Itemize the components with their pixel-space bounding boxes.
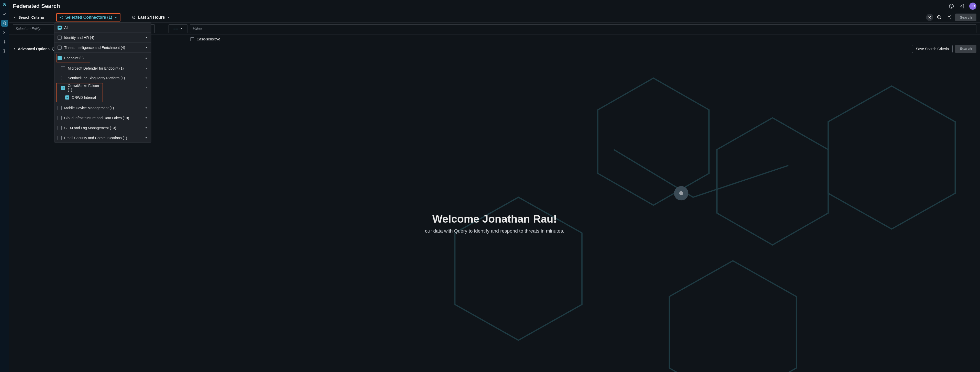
dd-label: SentinelOne Singularity Platform (1) xyxy=(68,76,142,80)
checkbox[interactable] xyxy=(57,35,62,40)
caret-down-icon xyxy=(145,36,148,39)
value-input[interactable] xyxy=(190,24,977,33)
search-button-bottom[interactable]: Search xyxy=(955,45,977,53)
search-criteria-label: Search Criteria xyxy=(18,15,44,19)
caret-up-icon xyxy=(145,86,148,89)
svg-marker-43 xyxy=(146,78,147,78)
sidebar-item-settings[interactable] xyxy=(1,48,8,54)
dd-label: Microsoft Defender for Endpoint (1) xyxy=(68,66,142,70)
advanced-options-toggle[interactable]: Advanced Options xyxy=(13,46,56,51)
caret-down-icon xyxy=(145,136,148,140)
checkbox-checked[interactable] xyxy=(61,86,65,90)
svg-marker-39 xyxy=(146,37,147,38)
sidebar-item-plugins[interactable] xyxy=(1,38,8,45)
dd-item-mdm[interactable]: Mobile Device Management (1) xyxy=(54,103,151,113)
dd-item-crowdstrike[interactable]: CrowdStrike Falcon (1) xyxy=(56,83,103,93)
dd-item-endpoint[interactable]: Endpoint (3) xyxy=(56,53,91,63)
search-button-top[interactable]: Search xyxy=(955,14,977,21)
svg-point-8 xyxy=(4,50,5,52)
case-sensitive-checkbox[interactable] xyxy=(190,37,194,41)
logout-icon[interactable] xyxy=(959,3,966,10)
chevron-down-icon xyxy=(114,16,118,19)
search-criteria-toggle[interactable]: Search Criteria xyxy=(13,15,44,19)
checkbox[interactable] xyxy=(57,126,62,130)
page-title: Federated Search xyxy=(13,3,948,10)
help-icon[interactable] xyxy=(948,3,955,10)
avatar[interactable]: JR xyxy=(969,3,977,10)
checkbox[interactable] xyxy=(57,116,62,120)
caret-down-icon xyxy=(145,76,148,80)
caret-down-icon xyxy=(145,126,148,130)
save-criteria-button[interactable]: Save Search Criteria xyxy=(912,45,953,53)
dd-label: Threat Intelligence and Enrichment (4) xyxy=(64,46,142,49)
connectors-dropdown-trigger[interactable]: Selected Connectors (1) xyxy=(56,13,121,21)
svg-point-7 xyxy=(6,33,6,34)
checkbox-indeterminate[interactable] xyxy=(57,56,62,60)
dd-item-siem[interactable]: SIEM and Log Management (13) xyxy=(54,123,151,133)
caret-down-icon xyxy=(145,67,148,70)
sidebar-item-analytics[interactable] xyxy=(1,11,8,18)
dd-item-sentinelone[interactable]: SentinelOne Singularity Platform (1) xyxy=(54,73,151,83)
connectors-label: Selected Connectors (1) xyxy=(65,15,112,20)
sidebar-item-logo[interactable] xyxy=(1,2,8,8)
svg-point-4 xyxy=(3,31,3,32)
checkbox[interactable] xyxy=(57,46,62,49)
svg-marker-42 xyxy=(146,68,147,69)
dd-item-all[interactable]: All xyxy=(54,23,151,32)
dd-label: SIEM and Log Management (13) xyxy=(64,126,142,130)
svg-point-25 xyxy=(951,18,951,19)
dd-item-cloud[interactable]: Cloud Infrastructure and Data Lakes (19) xyxy=(54,113,151,123)
checkbox[interactable] xyxy=(61,66,65,70)
case-sensitive-row: Case-sensitive xyxy=(9,35,980,43)
dd-label: Cloud Infrastructure and Data Lakes (19) xyxy=(64,116,142,120)
caret-up-icon xyxy=(145,56,148,60)
dd-label: Endpoint (3) xyxy=(64,56,88,60)
dd-label: Identity and HR (4) xyxy=(64,35,142,40)
checkbox-indeterminate[interactable] xyxy=(57,26,62,30)
dd-item-crwd-internal[interactable]: CRWD Internal xyxy=(56,93,103,102)
svg-point-10 xyxy=(951,7,951,7)
caret-down-icon xyxy=(180,27,183,30)
operator-select[interactable]: == xyxy=(169,24,188,33)
checkbox-checked[interactable] xyxy=(65,96,69,99)
dd-item-email[interactable]: Email Security and Communications (1) xyxy=(54,133,151,143)
svg-point-13 xyxy=(62,16,63,17)
chevron-down-icon xyxy=(167,16,170,19)
svg-line-15 xyxy=(60,16,62,17)
svg-marker-30 xyxy=(598,78,709,205)
caret-down-icon xyxy=(145,106,148,110)
dd-item-identity[interactable]: Identity and HR (4) xyxy=(54,33,151,43)
svg-point-1 xyxy=(3,22,5,24)
dd-label: Mobile Device Management (1) xyxy=(64,106,142,110)
svg-marker-41 xyxy=(146,57,147,59)
svg-marker-47 xyxy=(146,128,147,128)
operator-value: == xyxy=(173,26,178,31)
clear-icon[interactable] xyxy=(926,14,933,21)
svg-marker-31 xyxy=(717,118,828,245)
sidebar-item-network[interactable] xyxy=(1,29,8,36)
caret-down-icon xyxy=(145,116,148,120)
time-range-picker[interactable]: Last 24 Hours xyxy=(129,14,173,21)
svg-line-2 xyxy=(5,24,6,25)
svg-marker-45 xyxy=(146,107,147,109)
filter-row: == xyxy=(9,22,980,35)
dd-label: All xyxy=(64,26,148,30)
svg-point-24 xyxy=(950,15,951,16)
sparkle-icon[interactable] xyxy=(945,14,953,21)
svg-marker-44 xyxy=(146,87,147,88)
svg-point-14 xyxy=(62,18,63,19)
zoom-in-icon[interactable] xyxy=(936,14,943,21)
dd-item-msde[interactable]: Microsoft Defender for Endpoint (1) xyxy=(54,64,151,73)
advanced-row: Advanced Options Save Search Criteria Se… xyxy=(9,43,980,54)
svg-line-35 xyxy=(614,150,693,197)
sidebar xyxy=(0,0,9,372)
svg-point-38 xyxy=(679,192,683,195)
svg-marker-48 xyxy=(146,137,147,139)
sidebar-item-search[interactable] xyxy=(1,20,8,27)
checkbox[interactable] xyxy=(57,106,62,110)
dd-label: CrowdStrike Falcon (1) xyxy=(68,84,100,92)
dd-item-threat-intel[interactable]: Threat Intelligence and Enrichment (4) xyxy=(54,43,151,53)
time-range-label: Last 24 Hours xyxy=(138,15,165,20)
checkbox[interactable] xyxy=(61,76,65,80)
checkbox[interactable] xyxy=(57,136,62,140)
